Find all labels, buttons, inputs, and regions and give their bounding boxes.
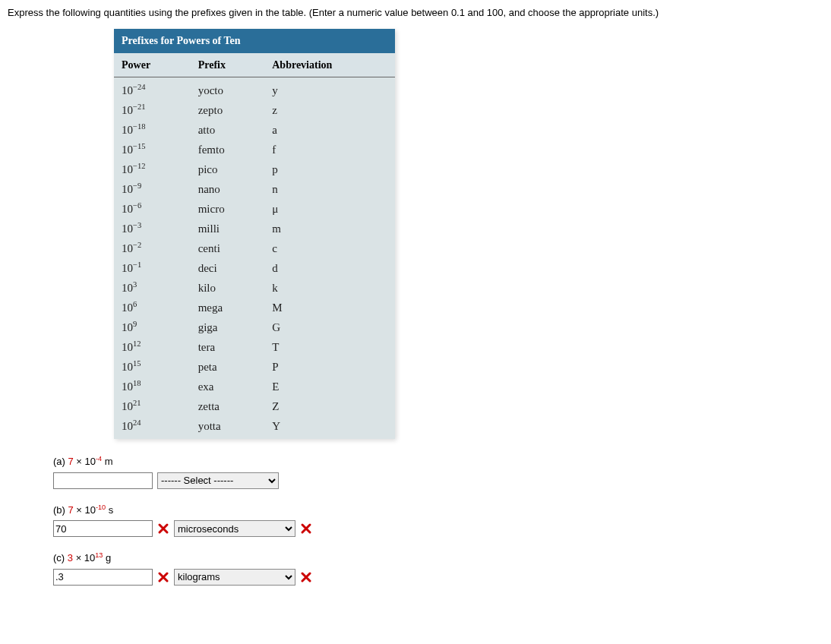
power-cell: 1015 <box>114 357 191 377</box>
power-cell: 10−12 <box>114 159 191 179</box>
question-c-coef: 3 <box>68 553 73 564</box>
power-cell: 1021 <box>114 396 191 416</box>
abbrev-cell: M <box>264 298 395 317</box>
question-c-label: (c) <box>53 553 68 564</box>
power-cell: 10−15 <box>114 140 191 159</box>
table-row: 10−12picop <box>114 159 395 179</box>
prefix-cell: femto <box>191 140 265 159</box>
question-c: (c) 3 × 1013 g kilograms <box>53 551 823 586</box>
prefix-cell: tera <box>191 337 265 357</box>
table-header-power: Power <box>114 53 191 77</box>
wrong-icon <box>157 571 169 583</box>
prefix-cell: pico <box>191 159 265 179</box>
prefix-table: Prefixes for Powers of Ten Power Prefix … <box>114 29 395 439</box>
abbrev-cell: d <box>264 258 395 278</box>
power-cell: 106 <box>114 298 191 317</box>
question-b-times: × 10 <box>74 504 96 516</box>
question-b-coef: 7 <box>68 504 74 516</box>
answer-c-input[interactable] <box>53 569 153 586</box>
table-row: 1018exaE <box>114 377 395 396</box>
question-b-label: (b) <box>53 504 68 516</box>
abbrev-cell: μ <box>264 199 395 219</box>
abbrev-cell: z <box>264 100 395 120</box>
table-row: 103kilok <box>114 278 395 298</box>
prefix-cell: nano <box>191 179 265 199</box>
question-c-unit: g <box>103 553 111 564</box>
table-row: 10−24yoctoy <box>114 77 395 101</box>
instruction-text: Express the following quantities using t… <box>8 6 823 20</box>
question-b: (b) 7 × 10-10 s microseconds <box>53 503 823 538</box>
table-row: 1021zettaZ <box>114 396 395 416</box>
power-cell: 1024 <box>114 416 191 439</box>
wrong-icon <box>157 522 169 535</box>
answer-a-select[interactable]: ------ Select ------ <box>157 472 279 489</box>
question-c-exp: 13 <box>95 551 103 559</box>
table-row: 10−2centic <box>114 238 395 258</box>
power-cell: 109 <box>114 317 191 337</box>
question-a-unit: m <box>102 456 112 468</box>
answer-b-select[interactable]: microseconds <box>174 520 295 537</box>
prefix-cell: peta <box>191 357 265 377</box>
abbrev-cell: G <box>264 317 395 337</box>
power-cell: 1012 <box>114 337 191 357</box>
abbrev-cell: m <box>264 219 395 238</box>
prefix-cell: yotta <box>191 416 265 439</box>
table-row: 10−18attoa <box>114 120 395 140</box>
answer-b-input[interactable] <box>53 520 153 537</box>
table-row: 1012teraT <box>114 337 395 357</box>
prefix-cell: mega <box>191 298 265 317</box>
prefix-cell: kilo <box>191 278 265 298</box>
question-b-exp: -10 <box>96 504 106 511</box>
abbrev-cell: T <box>264 337 395 357</box>
wrong-icon <box>300 522 312 535</box>
question-a-exp: -4 <box>96 455 102 462</box>
question-a: (a) 7 × 10-4 m ------ Select ------ <box>53 454 823 489</box>
table-row: 10−9nanon <box>114 179 395 199</box>
abbrev-cell: y <box>264 77 395 101</box>
prefix-cell: atto <box>191 120 265 140</box>
table-title: Prefixes for Powers of Ten <box>114 29 395 53</box>
abbrev-cell: P <box>264 357 395 377</box>
question-c-times: × 10 <box>73 553 95 564</box>
power-cell: 10−21 <box>114 100 191 120</box>
table-header-prefix: Prefix <box>191 53 265 77</box>
prefix-cell: micro <box>191 199 265 219</box>
question-a-coef: 7 <box>68 456 74 468</box>
table-row: 10−21zeptoz <box>114 100 395 120</box>
table-row: 10−3millim <box>114 219 395 238</box>
prefix-cell: deci <box>191 258 265 278</box>
table-row: 10−1decid <box>114 258 395 278</box>
prefix-cell: zetta <box>191 396 265 416</box>
abbrev-cell: f <box>264 140 395 159</box>
table-header-abbrev: Abbreviation <box>264 53 395 77</box>
power-cell: 10−6 <box>114 199 191 219</box>
abbrev-cell: n <box>264 179 395 199</box>
table-row: 1024yottaY <box>114 416 395 439</box>
question-a-times: × 10 <box>74 456 96 468</box>
abbrev-cell: Z <box>264 396 395 416</box>
table-row: 10−15femtof <box>114 140 395 159</box>
abbrev-cell: c <box>264 238 395 258</box>
table-row: 10−6microμ <box>114 199 395 219</box>
abbrev-cell: k <box>264 278 395 298</box>
prefix-cell: milli <box>191 219 265 238</box>
prefix-cell: zepto <box>191 100 265 120</box>
abbrev-cell: p <box>264 159 395 179</box>
power-cell: 103 <box>114 278 191 298</box>
power-cell: 1018 <box>114 377 191 396</box>
power-cell: 10−24 <box>114 77 191 101</box>
answer-c-select[interactable]: kilograms <box>174 569 295 586</box>
answer-a-input[interactable] <box>53 472 153 489</box>
question-a-label: (a) <box>53 456 68 468</box>
power-cell: 10−2 <box>114 238 191 258</box>
table-row: 1015petaP <box>114 357 395 377</box>
prefix-cell: yocto <box>191 77 265 101</box>
power-cell: 10−18 <box>114 120 191 140</box>
prefix-cell: exa <box>191 377 265 396</box>
table-row: 106megaM <box>114 298 395 317</box>
table-row: 109gigaG <box>114 317 395 337</box>
abbrev-cell: E <box>264 377 395 396</box>
abbrev-cell: Y <box>264 416 395 439</box>
prefix-cell: giga <box>191 317 265 337</box>
power-cell: 10−3 <box>114 219 191 238</box>
